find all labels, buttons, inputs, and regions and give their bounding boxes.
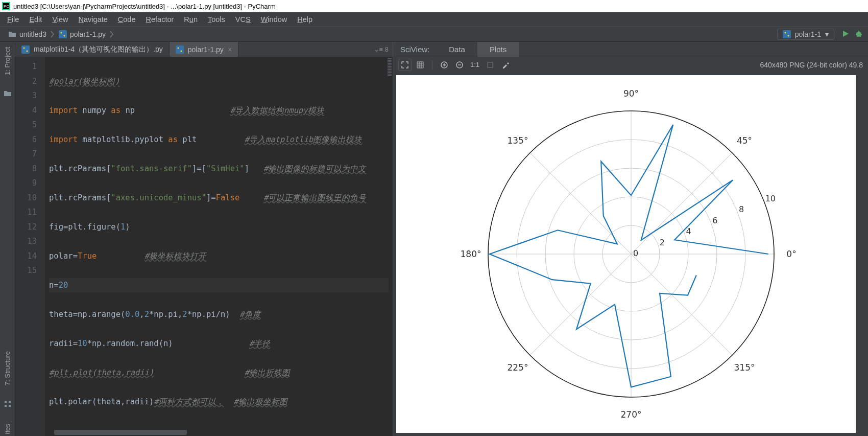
editor-hscrollbar[interactable] [54, 430, 187, 435]
plot-status-label: 640x480 PNG (24-bit color) 49.8 [760, 61, 863, 69]
plot-view[interactable]: 0°45°90°135°180°225°270°315°0246810 [393, 72, 868, 436]
menu-help[interactable]: Help [293, 14, 317, 25]
menu-window[interactable]: Window [257, 14, 292, 25]
svg-point-8 [787, 35, 789, 37]
code-editor[interactable]: 123456789101112131415 #polar(极坐标图) impor… [15, 57, 393, 436]
python-file-icon [59, 30, 67, 38]
svg-text:45°: 45° [737, 135, 752, 146]
chevron-down-icon: ▾ [825, 30, 829, 38]
sciview-title: SciView: [393, 42, 437, 57]
plot-toolbar: 1:1 640x480 PNG (24-bit color) 49.8 [393, 57, 868, 72]
editor-gutter[interactable]: 123456789101112131415 [15, 57, 45, 436]
menu-file[interactable]: File [3, 14, 23, 25]
python-file-icon [21, 45, 30, 54]
editor-tab-label: polar1-1.py [188, 45, 224, 54]
svg-rect-22 [488, 62, 493, 67]
eyedropper-button[interactable] [499, 59, 512, 71]
close-icon[interactable]: × [228, 45, 232, 54]
svg-text:315°: 315° [734, 362, 755, 373]
svg-rect-14 [21, 45, 30, 54]
editor-content[interactable]: #polar(极坐标图) import numpy as np #导入数据结构n… [45, 57, 393, 436]
svg-text:6: 6 [712, 216, 717, 225]
svg-text:PC: PC [4, 4, 9, 9]
sciview-tabs: SciView: Data Plots [393, 42, 868, 57]
python-file-icon [176, 45, 184, 54]
menu-navigate[interactable]: Navigate [75, 14, 112, 25]
menu-bar: File Edit View Navigate Code Refactor Ru… [0, 12, 868, 27]
fit-window-button[interactable] [398, 59, 412, 71]
svg-text:180°: 180° [461, 249, 481, 259]
plot-frame: 0°45°90°135°180°225°270°315°0246810 [396, 75, 856, 433]
run-config-label: polar1-1 [795, 30, 821, 38]
breadcrumb-file[interactable]: polar1-1.py [56, 30, 109, 38]
menu-run[interactable]: Run [180, 14, 202, 25]
editor-tab-label: matplotlib1-4（其他可视化图的输出）.py [34, 45, 163, 54]
sciview-pane: SciView: Data Plots 1:1 640x480 PNG (24-… [393, 42, 868, 436]
eyedropper-icon [501, 61, 510, 69]
chevron-right-icon [51, 31, 55, 38]
expand-icon [401, 61, 409, 69]
zoom-in-button[interactable] [438, 59, 451, 71]
zoom-reset-button[interactable]: 1:1 [468, 59, 481, 71]
crop-button[interactable] [484, 59, 497, 71]
svg-text:10: 10 [765, 194, 776, 203]
svg-point-18 [177, 47, 179, 49]
toolwin-favorites[interactable]: ites [4, 422, 11, 436]
svg-text:225°: 225° [507, 362, 528, 373]
debug-button[interactable] [855, 30, 863, 39]
svg-text:2: 2 [660, 238, 665, 247]
svg-rect-10 [5, 401, 7, 403]
sciview-tab-data[interactable]: Data [437, 42, 477, 57]
menu-view[interactable]: View [48, 14, 72, 25]
structure-icon [4, 400, 12, 409]
folder-icon [4, 89, 12, 99]
chevron-right-icon [110, 31, 114, 38]
svg-rect-11 [9, 401, 11, 403]
run-button[interactable] [841, 30, 850, 39]
svg-point-4 [60, 32, 62, 34]
svg-point-7 [784, 32, 786, 34]
pycharm-icon: PC [2, 2, 10, 10]
svg-line-35 [631, 254, 732, 355]
svg-text:0°: 0° [786, 249, 796, 259]
zoom-out-icon [455, 61, 464, 69]
python-icon [783, 30, 791, 38]
editor-pane: matplotlib1-4（其他可视化图的输出）.py polar1-1.py … [15, 42, 393, 436]
nav-bar: untitled3 polar1-1.py polar1-1 ▾ [0, 27, 868, 42]
menu-edit[interactable]: Edit [25, 14, 46, 25]
svg-text:90°: 90° [623, 88, 639, 99]
crop-icon [486, 61, 494, 69]
zoom-out-button[interactable] [453, 59, 466, 71]
svg-rect-3 [59, 30, 67, 38]
grid-button[interactable] [414, 59, 427, 71]
svg-text:0: 0 [633, 248, 638, 258]
toolwin-project[interactable]: 1: Project [4, 45, 11, 77]
editor-tab-current[interactable]: polar1-1.py × [170, 42, 238, 57]
menu-refactor[interactable]: Refactor [142, 14, 178, 25]
run-config-select[interactable]: polar1-1 ▾ [777, 29, 834, 40]
grid-icon [416, 61, 424, 69]
menu-vcs[interactable]: VCS [231, 14, 255, 25]
toolwin-structure[interactable]: 7: Structure [4, 349, 11, 387]
window-title: untitled3 [C:\Users\yan-j\PycharmProject… [13, 3, 276, 10]
zoom-in-icon [440, 61, 448, 69]
svg-line-29 [631, 153, 732, 254]
svg-line-33 [530, 254, 631, 355]
menu-code[interactable]: Code [114, 14, 140, 25]
svg-text:8: 8 [739, 204, 744, 214]
sciview-tab-plots[interactable]: Plots [477, 42, 519, 57]
svg-text:270°: 270° [621, 409, 642, 420]
editor-minimap[interactable] [388, 58, 392, 76]
editor-tab-other[interactable]: matplotlib1-4（其他可视化图的输出）.py [15, 42, 170, 57]
menu-tools[interactable]: Tools [204, 14, 229, 25]
svg-rect-13 [9, 405, 11, 407]
window-titlebar: PC untitled3 [C:\Users\yan-j\PycharmProj… [0, 0, 868, 12]
breadcrumb-file-label: polar1-1.py [70, 30, 106, 38]
breadcrumb-project[interactable]: untitled3 [5, 30, 50, 38]
svg-point-16 [27, 50, 28, 52]
editor-tabs: matplotlib1-4（其他可视化图的输出）.py polar1-1.py … [15, 42, 393, 57]
folder-icon [8, 30, 16, 38]
bug-icon [855, 30, 863, 38]
svg-point-19 [180, 50, 182, 52]
tab-overflow-label[interactable]: ⌄≡ 8 [374, 45, 389, 53]
